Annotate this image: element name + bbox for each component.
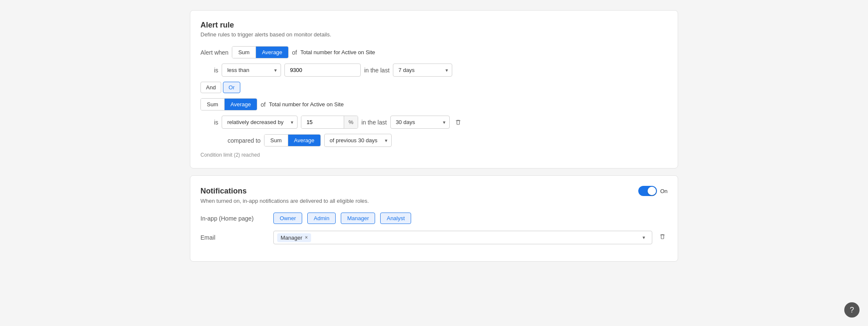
- condition2-is-row: is relatively decreased by ▾ % in the la…: [200, 116, 668, 129]
- alert-when-label: Alert when: [200, 49, 228, 56]
- compared-period-select[interactable]: of previous 30 days: [324, 134, 392, 147]
- condition1-is-label: is: [214, 67, 218, 74]
- email-expand-btn[interactable]: ▾: [639, 233, 648, 242]
- condition1-is-row: is less than ▾ in the last 7 days ▾: [200, 64, 668, 77]
- email-delete-btn[interactable]: [657, 232, 668, 243]
- condition1-aggregation-toggle[interactable]: Sum Average: [232, 46, 289, 58]
- notifications-title: Notifications: [200, 187, 247, 196]
- condition2-delete-btn[interactable]: [453, 117, 463, 127]
- notifications-toggle[interactable]: [638, 186, 657, 196]
- email-tag-close-btn[interactable]: ×: [305, 235, 308, 240]
- role-analyst-btn[interactable]: Analyst: [380, 213, 411, 224]
- email-select-wrap[interactable]: Manager × ▾: [273, 231, 652, 244]
- condition2-in-last-label: in the last: [362, 119, 387, 126]
- or-btn[interactable]: Or: [223, 82, 240, 93]
- condition2-is-label: is: [214, 119, 218, 126]
- toggle-knob: [648, 187, 656, 195]
- email-manager-tag: Manager ×: [277, 233, 311, 242]
- condition1-time-wrap[interactable]: 7 days ▾: [393, 64, 452, 77]
- compared-aggregation-toggle[interactable]: Sum Average: [264, 134, 321, 146]
- condition2-value-input[interactable]: [301, 116, 344, 128]
- condition1-in-last-label: in the last: [364, 67, 389, 74]
- condition2-of-label: of: [261, 101, 266, 108]
- condition2-aggregation-toggle[interactable]: Sum Average: [200, 98, 257, 111]
- email-label: Email: [200, 234, 268, 241]
- alert-rule-title: Alert rule: [200, 21, 668, 30]
- condition2-operator-wrap[interactable]: relatively decreased by ▾: [222, 116, 298, 129]
- role-admin-btn[interactable]: Admin: [307, 213, 336, 224]
- toggle-label: On: [660, 188, 668, 194]
- condition1-sum-btn[interactable]: Sum: [232, 47, 256, 58]
- email-row: Email Manager × ▾: [200, 231, 668, 244]
- trash-icon: [455, 119, 462, 126]
- condition2-value-percent-wrap[interactable]: %: [301, 116, 358, 129]
- alert-rule-section: Alert rule Define rules to trigger alert…: [190, 10, 678, 169]
- condition2-percent-symbol: %: [344, 116, 358, 128]
- notifications-toggle-wrap[interactable]: On: [638, 186, 668, 196]
- alert-when-row: Alert when Sum Average of Total number f…: [200, 46, 668, 58]
- in-app-row: In-app (Home page) Owner Admin Manager A…: [200, 213, 668, 224]
- condition1-average-btn[interactable]: Average: [256, 47, 288, 58]
- notifications-section: Notifications On When turned on, in-app …: [190, 175, 678, 262]
- connector-row: And Or: [200, 82, 668, 93]
- compared-to-row: compared to Sum Average of previous 30 d…: [200, 134, 668, 147]
- condition1-value-input[interactable]: [284, 64, 361, 77]
- condition1-time-select[interactable]: 7 days: [393, 64, 452, 77]
- email-trash-icon: [659, 233, 666, 240]
- condition2-metric: Total number for Active on Site: [269, 101, 344, 108]
- notifications-header: Notifications On: [200, 186, 668, 196]
- role-manager-btn[interactable]: Manager: [341, 213, 375, 224]
- condition2-time-select[interactable]: 30 days: [390, 116, 450, 129]
- email-tag-text: Manager: [281, 235, 302, 241]
- in-app-label: In-app (Home page): [200, 215, 268, 222]
- compared-average-btn[interactable]: Average: [288, 135, 320, 146]
- condition1-operator-select[interactable]: less than: [222, 64, 281, 77]
- condition2-time-wrap[interactable]: 30 days ▾: [390, 116, 450, 129]
- condition2-aggregation-row: Sum Average of Total number for Active o…: [200, 98, 668, 111]
- alert-rule-subtitle: Define rules to trigger alerts based on …: [200, 31, 668, 38]
- and-btn[interactable]: And: [200, 82, 221, 93]
- condition1-operator-wrap[interactable]: less than ▾: [222, 64, 281, 77]
- condition2-average-btn[interactable]: Average: [225, 99, 257, 110]
- compared-to-label: compared to: [228, 137, 261, 144]
- compared-period-wrap[interactable]: of previous 30 days ▾: [324, 134, 392, 147]
- notifications-subtitle: When turned on, in-app notifications are…: [200, 198, 668, 204]
- condition1-of-label: of: [292, 49, 297, 56]
- condition2-sum-btn[interactable]: Sum: [201, 99, 225, 110]
- condition2-operator-select[interactable]: relatively decreased by: [222, 116, 298, 129]
- compared-sum-btn[interactable]: Sum: [264, 135, 288, 146]
- role-owner-btn[interactable]: Owner: [273, 213, 302, 224]
- condition-limit-text: Condition limit (2) reached: [200, 152, 668, 158]
- condition1-metric: Total number for Active on Site: [300, 49, 375, 55]
